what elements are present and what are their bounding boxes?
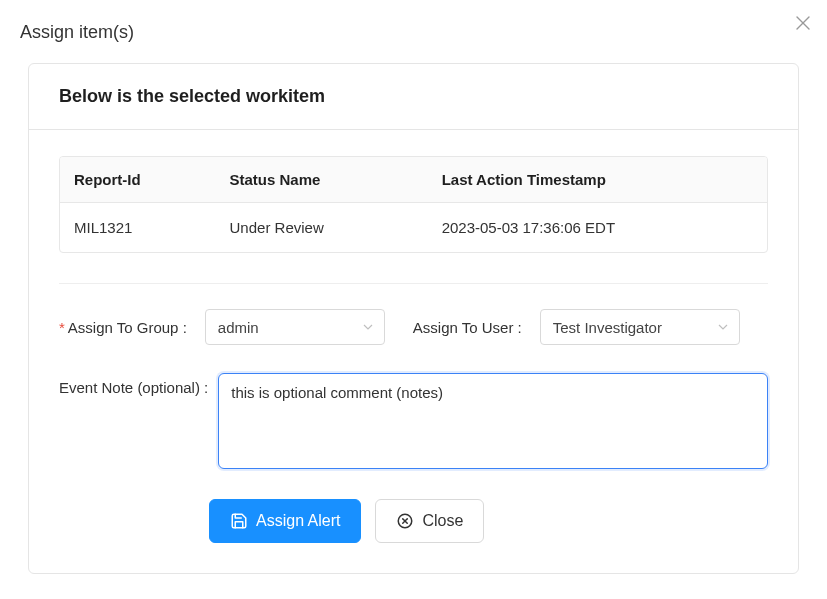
chevron-down-icon [717, 321, 729, 333]
event-note-row: Event Note (optional) : [59, 373, 768, 469]
assign-group-value: admin [218, 319, 259, 336]
close-icon[interactable] [795, 14, 811, 34]
assign-group-label: *Assign To Group : [59, 319, 187, 336]
cell-report-id: MIL1321 [60, 203, 216, 252]
assign-user-value: Test Investigator [553, 319, 662, 336]
assign-alert-button[interactable]: Assign Alert [209, 499, 361, 543]
dialog-title: Assign item(s) [20, 22, 811, 43]
panel-body: Report-Id Status Name Last Action Timest… [29, 130, 798, 573]
col-last-action: Last Action Timestamp [428, 157, 767, 203]
col-report-id: Report-Id [60, 157, 216, 203]
close-circle-icon [396, 512, 414, 530]
assign-alert-label: Assign Alert [256, 512, 340, 530]
assign-user-select[interactable]: Test Investigator [540, 309, 740, 345]
table-row: MIL1321 Under Review 2023-05-03 17:36:06… [60, 203, 767, 252]
assign-group-label-text: Assign To Group : [68, 319, 187, 336]
workitem-panel: Below is the selected workitem Report-Id… [28, 63, 799, 574]
workitem-table: Report-Id Status Name Last Action Timest… [59, 156, 768, 253]
close-button-label: Close [422, 512, 463, 530]
close-button[interactable]: Close [375, 499, 484, 543]
col-status-name: Status Name [216, 157, 428, 203]
cell-status-name: Under Review [216, 203, 428, 252]
panel-header: Below is the selected workitem [29, 64, 798, 130]
event-note-label: Event Note (optional) : [59, 373, 208, 396]
save-icon [230, 512, 248, 530]
cell-last-action: 2023-05-03 17:36:06 EDT [428, 203, 767, 252]
required-asterisk: * [59, 319, 65, 336]
assign-group-select[interactable]: admin [205, 309, 385, 345]
assign-dialog: Assign item(s) Below is the selected wor… [0, 0, 827, 594]
assign-row: *Assign To Group : admin Assign To User … [59, 283, 768, 345]
action-row: Assign Alert Close [209, 499, 768, 543]
table-header-row: Report-Id Status Name Last Action Timest… [60, 157, 767, 203]
assign-user-label: Assign To User : [413, 319, 522, 336]
event-note-input[interactable] [218, 373, 768, 469]
chevron-down-icon [362, 321, 374, 333]
